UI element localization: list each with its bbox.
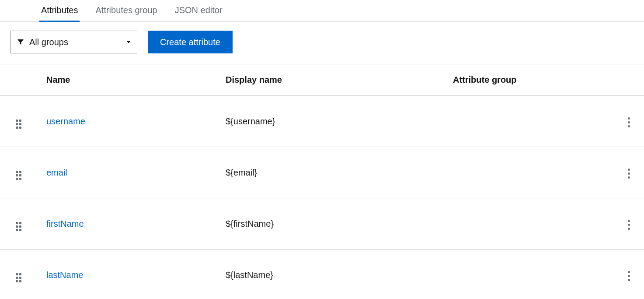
create-attribute-button[interactable]: Create attribute [148, 31, 233, 53]
table-row: username${username} [0, 96, 644, 147]
toolbar: All groups Create attribute [0, 22, 644, 64]
attribute-group-cell [446, 147, 613, 198]
attribute-display-name: ${lastName} [219, 250, 446, 299]
attribute-display-name: ${username} [219, 96, 446, 147]
attribute-name-link[interactable]: email [46, 168, 67, 177]
tab-attributes[interactable]: Attributes [39, 0, 80, 21]
header-display-name: Display name [219, 64, 446, 96]
table-row: firstName${firstName} [0, 198, 644, 250]
drag-handle-icon[interactable] [16, 222, 21, 231]
kebab-menu-icon[interactable] [624, 216, 634, 233]
kebab-menu-icon[interactable] [624, 114, 634, 131]
tabs-bar: Attributes Attributes group JSON editor [0, 0, 644, 22]
tab-attributes-group[interactable]: Attributes group [94, 0, 159, 21]
filter-label: All groups [29, 37, 68, 47]
attribute-name-link[interactable]: username [46, 116, 85, 126]
attribute-group-cell [446, 198, 613, 250]
drag-handle-icon[interactable] [16, 171, 21, 180]
drag-handle-icon[interactable] [16, 120, 21, 129]
table-row: email${email} [0, 147, 644, 198]
caret-down-icon [126, 41, 131, 43]
filter-icon [17, 39, 24, 46]
header-attribute-group: Attribute group [446, 64, 613, 96]
table-row: lastName${lastName} [0, 250, 644, 299]
header-name: Name [31, 64, 219, 96]
filter-groups-dropdown[interactable]: All groups [10, 31, 137, 53]
drag-handle-icon[interactable] [16, 273, 21, 282]
header-drag [0, 64, 31, 96]
attribute-name-link[interactable]: firstName [46, 219, 84, 229]
attributes-table: Name Display name Attribute group userna… [0, 64, 644, 299]
kebab-menu-icon[interactable] [624, 267, 634, 285]
attribute-display-name: ${firstName} [219, 198, 446, 250]
tab-json-editor[interactable]: JSON editor [173, 0, 224, 21]
attribute-name-link[interactable]: lastName [46, 270, 83, 280]
header-actions [613, 64, 644, 96]
attribute-group-cell [446, 96, 613, 147]
kebab-menu-icon[interactable] [624, 165, 634, 182]
attribute-display-name: ${email} [219, 147, 446, 198]
attribute-group-cell [446, 250, 613, 299]
